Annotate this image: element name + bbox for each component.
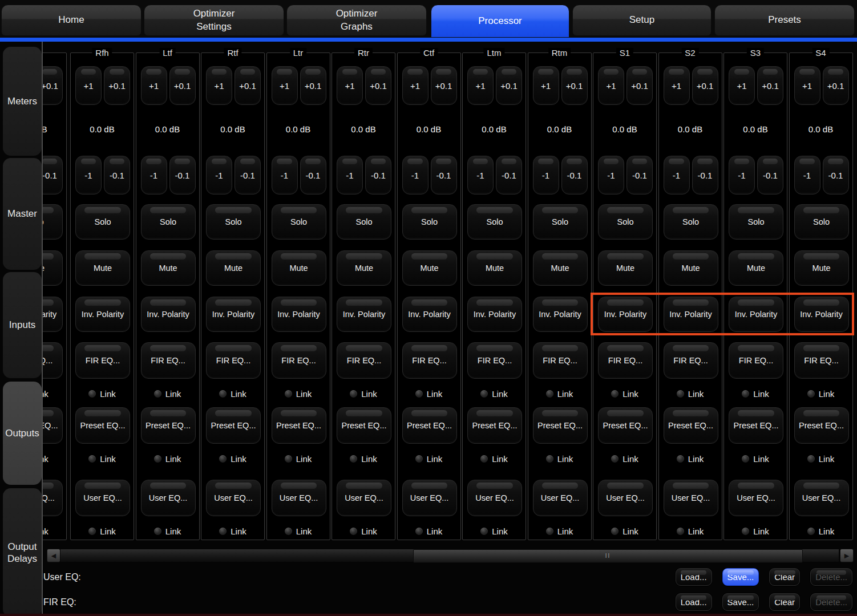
fir-eq-button[interactable]: FIR EQ...	[533, 342, 588, 379]
gain-minus-1-button[interactable]: -1	[272, 156, 298, 194]
solo-button[interactable]: Solo	[794, 204, 849, 240]
fir-eq-button[interactable]: FIR EQ...	[43, 342, 63, 379]
gain-plus-0-1-button[interactable]: +0.1	[169, 66, 196, 105]
preset-eq-link-checkbox[interactable]: Link	[136, 452, 199, 465]
gain-minus-1-button[interactable]: -1	[794, 156, 820, 194]
fir-eq-link-checkbox[interactable]: Link	[201, 387, 264, 400]
mute-button[interactable]: Mute	[402, 250, 457, 286]
gain-minus-0-1-button[interactable]: -0.1	[692, 156, 718, 194]
tab-optimizer-settings[interactable]: Optimizer Settings	[144, 5, 284, 36]
user-eq-button[interactable]: User EQ...	[533, 480, 588, 516]
gain-minus-1-button[interactable]: -1	[337, 156, 363, 194]
sidebar-item-outputs[interactable]: Outputs	[3, 382, 42, 485]
mute-button[interactable]: Mute	[598, 250, 653, 286]
gain-plus-0-1-button[interactable]: +0.1	[431, 66, 457, 105]
user-eq-button[interactable]: User EQ...	[598, 480, 653, 516]
inv-polarity-button[interactable]: Inv. Polarity	[206, 297, 261, 332]
inv-polarity-button[interactable]: Inv. Polarity	[43, 297, 63, 332]
preset-eq-button[interactable]: Preset EQ...	[467, 407, 522, 444]
fir-eq-link-checkbox[interactable]: Link	[659, 387, 722, 400]
gain-minus-0-1-button[interactable]: -0.1	[823, 156, 849, 194]
scrollbar-track[interactable]: II	[60, 549, 839, 562]
gain-minus-0-1-button[interactable]: -0.1	[626, 156, 653, 194]
preset-eq-link-checkbox[interactable]: Link	[659, 452, 722, 465]
preset-eq-button[interactable]: Preset EQ...	[141, 407, 196, 444]
preset-eq-button[interactable]: Preset EQ...	[598, 407, 653, 444]
gain-minus-0-1-button[interactable]: -0.1	[235, 156, 261, 194]
save-button[interactable]: Save...	[722, 593, 759, 611]
clear-button[interactable]: Clear	[769, 568, 800, 586]
inv-polarity-button[interactable]: Inv. Polarity	[337, 297, 391, 332]
tab-home[interactable]: Home	[1, 5, 142, 36]
inv-polarity-button[interactable]: Inv. Polarity	[141, 297, 196, 332]
inv-polarity-button[interactable]: Inv. Polarity	[272, 297, 326, 332]
solo-button[interactable]: Solo	[272, 204, 326, 240]
inv-polarity-button[interactable]: Inv. Polarity	[467, 297, 522, 332]
user-eq-button[interactable]: User EQ...	[337, 480, 391, 516]
preset-eq-button[interactable]: Preset EQ...	[729, 407, 783, 444]
gain-plus-1-button[interactable]: +1	[533, 66, 559, 105]
gain-minus-0-1-button[interactable]: -0.1	[365, 156, 391, 194]
mute-button[interactable]: Mute	[664, 250, 718, 286]
user-eq-link-checkbox[interactable]: Link	[659, 524, 722, 538]
gain-plus-0-1-button[interactable]: +0.1	[43, 66, 63, 105]
gain-minus-0-1-button[interactable]: -0.1	[757, 156, 783, 194]
sidebar-item-inputs[interactable]: Inputs	[3, 272, 42, 378]
inv-polarity-button[interactable]: Inv. Polarity	[402, 297, 457, 332]
gain-minus-1-button[interactable]: -1	[402, 156, 428, 194]
gain-plus-1-button[interactable]: +1	[141, 66, 167, 105]
user-eq-link-checkbox[interactable]: Link	[463, 524, 525, 538]
tab-setup[interactable]: Setup	[572, 5, 712, 36]
gain-minus-0-1-button[interactable]: -0.1	[561, 156, 588, 194]
gain-plus-0-1-button[interactable]: +0.1	[626, 66, 653, 105]
user-eq-link-checkbox[interactable]: Link	[724, 524, 787, 538]
gain-plus-1-button[interactable]: +1	[664, 66, 690, 105]
gain-plus-1-button[interactable]: +1	[729, 66, 755, 105]
mute-button[interactable]: Mute	[794, 250, 849, 286]
user-eq-link-checkbox[interactable]: Link	[71, 524, 134, 538]
fir-eq-button[interactable]: FIR EQ...	[729, 342, 783, 379]
preset-eq-button[interactable]: Preset EQ...	[75, 407, 130, 444]
preset-eq-button[interactable]: Preset EQ...	[43, 407, 63, 444]
gain-plus-1-button[interactable]: +1	[598, 66, 624, 105]
gain-minus-1-button[interactable]: -1	[467, 156, 494, 194]
fir-eq-link-checkbox[interactable]: Link	[463, 387, 525, 400]
preset-eq-button[interactable]: Preset EQ...	[794, 407, 849, 444]
fir-eq-link-checkbox[interactable]: Link	[593, 387, 656, 400]
fir-eq-button[interactable]: FIR EQ...	[272, 342, 326, 379]
solo-button[interactable]: Solo	[75, 204, 130, 240]
fir-eq-button[interactable]: FIR EQ...	[75, 342, 130, 379]
fir-eq-link-checkbox[interactable]: Link	[332, 387, 395, 400]
gain-minus-1-button[interactable]: -1	[664, 156, 690, 194]
gain-minus-0-1-button[interactable]: -0.1	[104, 156, 130, 194]
preset-eq-link-checkbox[interactable]: Link	[71, 452, 134, 465]
load-button[interactable]: Load...	[676, 593, 712, 611]
fir-eq-link-checkbox[interactable]: Link	[398, 387, 460, 400]
fir-eq-link-checkbox[interactable]: Link	[71, 387, 134, 400]
tab-optimizer-graphs[interactable]: Optimizer Graphs	[286, 5, 427, 36]
user-eq-link-checkbox[interactable]: Link	[790, 524, 852, 538]
fir-eq-link-checkbox[interactable]: Link	[43, 387, 66, 400]
load-button[interactable]: Load...	[676, 568, 712, 586]
sidebar-item-master[interactable]: Master	[3, 158, 42, 270]
solo-button[interactable]: Solo	[337, 204, 391, 240]
clear-button[interactable]: Clear	[769, 593, 800, 611]
preset-eq-button[interactable]: Preset EQ...	[533, 407, 588, 444]
user-eq-link-checkbox[interactable]: Link	[201, 524, 264, 538]
user-eq-link-checkbox[interactable]: Link	[136, 524, 199, 538]
mute-button[interactable]: Mute	[337, 250, 391, 286]
gain-plus-0-1-button[interactable]: +0.1	[104, 66, 130, 105]
gain-minus-1-button[interactable]: -1	[533, 156, 559, 194]
gain-plus-1-button[interactable]: +1	[402, 66, 428, 105]
preset-eq-link-checkbox[interactable]: Link	[332, 452, 395, 465]
user-eq-button[interactable]: User EQ...	[794, 480, 849, 516]
user-eq-button[interactable]: User EQ...	[664, 480, 718, 516]
gain-plus-0-1-button[interactable]: +0.1	[823, 66, 849, 105]
mute-button[interactable]: Mute	[272, 250, 326, 286]
user-eq-button[interactable]: User EQ...	[43, 480, 63, 516]
inv-polarity-button[interactable]: Inv. Polarity	[794, 297, 849, 332]
preset-eq-button[interactable]: Preset EQ...	[664, 407, 718, 444]
gain-plus-0-1-button[interactable]: +0.1	[757, 66, 783, 105]
gain-minus-0-1-button[interactable]: -0.1	[431, 156, 457, 194]
gain-minus-0-1-button[interactable]: -0.1	[169, 156, 196, 194]
